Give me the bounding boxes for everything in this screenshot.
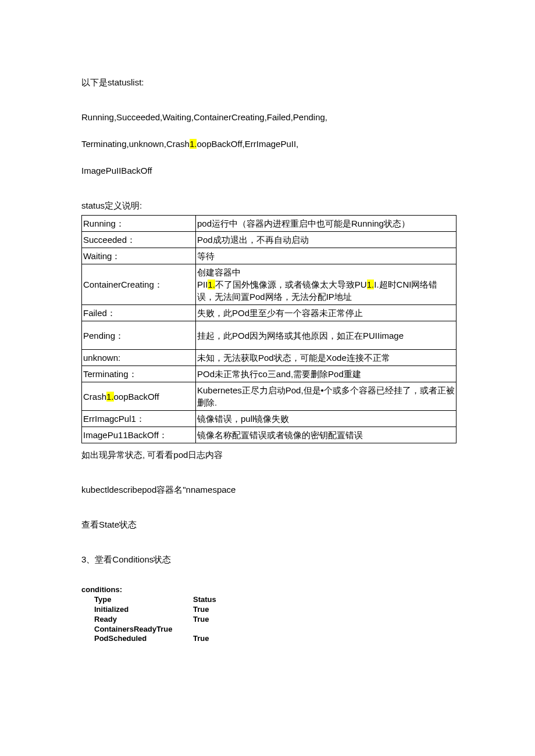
highlighted-text: 1.	[367, 280, 374, 289]
highlighted-text: 1.	[106, 392, 114, 402]
intro-line-1: 以下是statuslist:	[81, 76, 456, 89]
table-row: Succeeded：Pod成功退出，不再自动启动	[82, 232, 456, 248]
highlighted-text: 1.	[208, 280, 215, 289]
status-key-cell: Terminating：	[82, 366, 196, 382]
status-key-cell: Pending：	[82, 321, 196, 350]
after-line-4: 3、堂看Conditions状态	[81, 553, 456, 567]
conditions-type: ContainersReadyTrue	[94, 625, 193, 635]
text-fragment: oopBackOff	[114, 392, 159, 402]
table-row: Running：pod运行中（容器内进程重启中也可能是Running状态）	[82, 216, 456, 232]
text-fragment: Terminating,unknown,Crash	[81, 139, 190, 149]
conditions-type: Initialized	[94, 605, 193, 615]
status-key-cell: unknown:	[82, 350, 196, 366]
text-fragment: 失败，此POd里至少有一个容器未正常停止	[197, 308, 363, 318]
conditions-type: PodScheduled	[94, 634, 193, 644]
conditions-header: Type Status	[81, 595, 456, 605]
status-key-cell: ErrImagcPul1：	[82, 411, 196, 427]
table-row: ErrImagcPul1：镜像错误，pull镜像失败	[82, 411, 456, 427]
text-fragment: 等待	[197, 251, 215, 261]
text-fragment: 不了国外愧像源，或者镜像太大导致PU	[215, 280, 367, 289]
conditions-row: InitializedTrue	[81, 605, 456, 615]
highlighted-text: 1.	[190, 139, 197, 149]
text-fragment: POd未正常执行co三and,需要删除Pod重建	[197, 369, 361, 379]
conditions-row: ContainersReadyTrue	[81, 625, 456, 635]
status-value-cell: 创建容器中PII1.不了国外愧像源，或者镜像太大导致PU1.I.超时CNI网络错…	[196, 264, 456, 305]
status-key-cell: ContainerCreating：	[82, 264, 196, 305]
status-value-cell: POd未正常执行co三and,需要删除Pod重建	[196, 366, 456, 382]
status-table: Running：pod运行中（容器内进程重启中也可能是Running状态）Suc…	[81, 215, 456, 443]
text-fragment: 挂起，此POd因为网络或其他原因，如正在PUIIimage	[197, 331, 404, 341]
defs-title: status定义说明:	[81, 199, 456, 213]
text-fragment: Kubernetes正尽力启动Pod,但是•个或多个容器已经挂了，或者正被删除.	[197, 385, 455, 407]
conditions-header-status: Status	[193, 595, 216, 605]
status-value-cell: 镜像错误，pull镜像失败	[196, 411, 456, 427]
conditions-status: True	[193, 634, 209, 644]
conditions-header-type: Type	[94, 595, 193, 605]
after-line-2: kubectldescribepod容器名"nnamespace	[81, 483, 456, 497]
table-row: Pending：挂起，此POd因为网络或其他原因，如正在PUIIimage	[82, 321, 456, 350]
table-row: Waiting：等待	[82, 248, 456, 264]
table-row: ImagePu11BackOff：镜像名称配置错误或者镜像的密钥配置错误	[82, 427, 456, 443]
table-row: Failed：失败，此POd里至少有一个容器未正常停止	[82, 305, 456, 321]
conditions-status: True	[193, 605, 209, 615]
table-row: Terminating：POd未正常执行co三and,需要删除Pod重建	[82, 366, 456, 382]
text-fragment: Pod成功退出，不再自动启动	[197, 235, 309, 245]
after-line-1: 如出现异常状态, 可看看pod日志内容	[81, 448, 456, 462]
table-row: ContainerCreating：创建容器中PII1.不了国外愧像源，或者镜像…	[82, 264, 456, 305]
intro-line-4: ImagePuIIBackOff	[81, 164, 456, 178]
status-value-cell: 挂起，此POd因为网络或其他原因，如正在PUIIimage	[196, 321, 456, 350]
status-key-cell: Succeeded：	[82, 232, 196, 248]
text-fragment: oopBackOff,ErrImagePuII,	[197, 139, 298, 149]
status-key-cell: Waiting：	[82, 248, 196, 264]
table-row: Crash1.oopBackOffKubernetes正尽力启动Pod,但是•个…	[82, 382, 456, 411]
conditions-row: ReadyTrue	[81, 615, 456, 625]
status-value-cell: 未知，无法获取Pod状态，可能是Xode连接不正常	[196, 350, 456, 366]
after-line-3: 查看State状态	[81, 518, 456, 532]
status-value-cell: pod运行中（容器内进程重启中也可能是Running状态）	[196, 216, 456, 232]
text-fragment: 未知，无法获取Pod状态，可能是Xode连接不正常	[197, 353, 390, 363]
status-value-cell: Pod成功退出，不再自动启动	[196, 232, 456, 248]
text-fragment: Crash	[83, 392, 106, 402]
document-page: 以下是statuslist: Running,Succeeded,Waiting…	[0, 0, 535, 756]
status-value-cell: 失败，此POd里至少有一个容器未正常停止	[196, 305, 456, 321]
status-key-cell: Running：	[82, 216, 196, 232]
status-value-cell: Kubernetes正尽力启动Pod,但是•个或多个容器已经挂了，或者正被删除.	[196, 382, 456, 411]
conditions-row: PodScheduledTrue	[81, 634, 456, 644]
intro-line-3: Terminating,unknown,Crash1.oopBackOff,Er…	[81, 137, 456, 151]
status-value-cell: 镜像名称配置错误或者镜像的密钥配置错误	[196, 427, 456, 443]
text-fragment: pod运行中（容器内进程重启中也可能是Running状态）	[197, 218, 410, 228]
status-key-cell: Crash1.oopBackOff	[82, 382, 196, 411]
table-row: unknown:未知，无法获取Pod状态，可能是Xode连接不正常	[82, 350, 456, 366]
status-value-cell: 等待	[196, 248, 456, 264]
conditions-block: conditions: Type Status InitializedTrueR…	[81, 585, 456, 644]
text-fragment: PII	[197, 280, 208, 289]
text-fragment: 镜像名称配置错误或者镜像的密钥配置错误	[197, 430, 363, 440]
conditions-title: conditions:	[81, 585, 456, 595]
text-fragment: 创建容器中	[197, 267, 241, 277]
status-key-cell: Failed：	[82, 305, 196, 321]
conditions-status: True	[193, 615, 209, 625]
intro-line-2: Running,Succeeded,Waiting,ContainerCreat…	[81, 110, 456, 124]
status-key-cell: ImagePu11BackOff：	[82, 427, 196, 443]
conditions-type: Ready	[94, 615, 193, 625]
text-fragment: 镜像错误，pull镜像失败	[197, 414, 289, 424]
